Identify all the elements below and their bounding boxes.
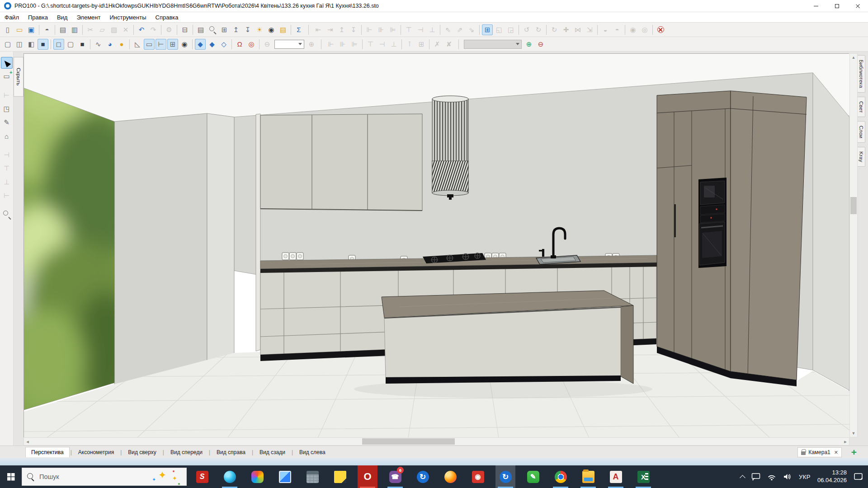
structure-button[interactable]: ⊟ <box>179 24 190 35</box>
menu-4[interactable]: Элемент <box>72 12 105 22</box>
rotate-y-button[interactable]: ⇗ <box>454 24 465 35</box>
new-button[interactable]: ▯ <box>2 24 13 35</box>
tool-outline-button[interactable]: ⌂ <box>1 130 13 142</box>
summary-button[interactable]: Σ <box>293 24 304 35</box>
distribute-3-button[interactable]: ⊫ <box>349 39 360 50</box>
water-button[interactable]: ◕ <box>104 39 115 50</box>
resize-up-button[interactable]: ↥ <box>336 24 347 35</box>
space-3-button[interactable]: ⊫ <box>387 24 398 35</box>
align-top-button[interactable]: ⊤ <box>403 24 414 35</box>
contours-button[interactable]: ◉ <box>179 39 190 50</box>
move-down-button[interactable]: ↧ <box>242 24 253 35</box>
taskbar-app-sticky[interactable] <box>330 465 350 488</box>
taskbar-app-irfan[interactable]: ◉ <box>468 465 488 488</box>
taskbar-app-firefox[interactable] <box>440 465 460 488</box>
vertical-scrollbar[interactable]: ▲ ▼ <box>849 53 858 437</box>
scroll-left-icon[interactable]: ◂ <box>24 438 31 445</box>
tool-new-element-button[interactable]: ▭ <box>1 70 13 82</box>
grid-button[interactable]: ⊞ <box>167 39 178 50</box>
rotate-x-button[interactable]: ⇖ <box>443 24 453 35</box>
align-2-button[interactable]: ⊣ <box>377 39 387 50</box>
taskbar-app-edge[interactable] <box>220 465 240 488</box>
tool-eyedropper-button[interactable]: ✎ <box>1 117 13 128</box>
zoom-out-button[interactable]: ⊖ <box>262 39 273 50</box>
tall-cabinets[interactable] <box>657 91 807 386</box>
distribute-2-button[interactable]: ⊪ <box>337 39 348 50</box>
volume-icon[interactable] <box>783 473 792 481</box>
rotate-left-button[interactable]: ↺ <box>521 24 532 35</box>
view-tab-6[interactable]: Вид сзади <box>254 447 291 457</box>
horizontal-scroll-thumb[interactable] <box>362 438 455 445</box>
panel-tab-1[interactable]: Библиотека <box>858 55 865 93</box>
move-button[interactable]: ✚ <box>561 24 571 35</box>
eye-2-button[interactable]: ◎ <box>639 24 650 35</box>
tool-dim-top-button[interactable]: ⊤ <box>1 163 13 174</box>
snap-button[interactable]: ◆ <box>207 39 217 50</box>
find-button[interactable] <box>207 24 218 35</box>
taskbar-app-copilot[interactable] <box>247 465 267 488</box>
open-button[interactable]: ▭ <box>14 24 25 35</box>
scroll-down-icon[interactable]: ▼ <box>850 430 857 437</box>
report-button[interactable]: ▤ <box>195 24 206 35</box>
view-dome-1-button[interactable]: ◒ <box>600 24 611 35</box>
view-ortho-button[interactable]: ■ <box>77 39 88 50</box>
resize-right-button[interactable]: ⇥ <box>325 24 335 35</box>
cut-button[interactable]: ✂ <box>85 24 96 35</box>
eraser-button[interactable]: ◺ <box>132 39 143 50</box>
tool-dim-left-button[interactable]: ⊣ <box>1 149 13 161</box>
tool-connector-button[interactable]: ◳ <box>1 103 13 115</box>
scroll-right-icon[interactable]: ▸ <box>842 438 849 445</box>
taskbar-app-viber[interactable]: ☎6 <box>385 465 405 488</box>
tool-dim-bottom-button[interactable]: ⊥ <box>1 176 13 188</box>
sun-button[interactable]: ☀ <box>254 24 265 35</box>
camera-tab[interactable]: Камера1 ✕ <box>797 447 842 457</box>
paste-button[interactable]: ▨ <box>108 24 119 35</box>
taskbar-app-opera[interactable]: O <box>358 465 377 488</box>
snap-off-button[interactable]: ◇ <box>218 39 229 50</box>
align-3-button[interactable]: ⊥ <box>388 39 399 50</box>
rotate-right-button[interactable]: ↻ <box>533 24 544 35</box>
material-dropdown[interactable] <box>464 40 522 49</box>
taskbar-app-calculator[interactable] <box>302 465 322 488</box>
view-tab-5[interactable]: Вид справа <box>211 447 251 457</box>
notification-center-icon[interactable] <box>854 472 863 481</box>
ungroup-button[interactable]: ◲ <box>505 24 516 35</box>
rotate-button[interactable]: ↻ <box>549 24 560 35</box>
distribute-1-button[interactable]: ⊩ <box>326 39 336 50</box>
hierarchy-button[interactable]: ⊞ <box>219 24 230 35</box>
cooker-hood[interactable] <box>432 96 468 200</box>
taskbar-app-chrome[interactable] <box>551 465 571 488</box>
move-up-button[interactable]: ↥ <box>231 24 241 35</box>
taskbar-app-autocad[interactable]: A <box>606 465 626 488</box>
taskbar-app-green[interactable]: ✎ <box>523 465 543 488</box>
snapshot-button[interactable]: ◓ <box>42 24 52 35</box>
view-tab-1[interactable]: Перспектива <box>25 447 70 457</box>
menu-1[interactable]: Файл <box>0 12 24 22</box>
panel-tab-3[interactable]: Слои <box>858 121 865 143</box>
taskbar-app-pro100[interactable]: ↻ <box>495 465 515 488</box>
snap-strong-button[interactable]: ◆ <box>195 39 206 50</box>
cast-display-icon[interactable] <box>751 473 760 481</box>
taskbar-app-sketchup[interactable]: S <box>192 465 212 488</box>
built-in-appliances[interactable] <box>698 178 726 268</box>
view-tab-4[interactable]: Вид спереди <box>165 447 208 457</box>
menu-6[interactable]: Справка <box>151 12 183 22</box>
wifi-icon[interactable] <box>767 473 776 481</box>
align-1-button[interactable]: ⊤ <box>365 39 376 50</box>
group-button[interactable]: ◱ <box>494 24 505 35</box>
scale-button[interactable]: ⇲ <box>584 24 595 35</box>
add-view-button[interactable]: + <box>848 446 860 458</box>
horizontal-scrollbar[interactable]: ◂ ▸ <box>24 437 849 446</box>
maximize-button[interactable] <box>826 0 847 12</box>
taskbar-app-explorer[interactable] <box>578 465 598 488</box>
light-bulb-button[interactable]: ● <box>116 39 127 50</box>
taskbar-app-pro100[interactable]: ↻ <box>413 465 433 488</box>
hidden-icons-chevron[interactable] <box>740 475 745 481</box>
view-axonometry-button[interactable]: ▢ <box>65 39 76 50</box>
level-2-button[interactable]: ⊞ <box>416 39 427 50</box>
save-button[interactable]: ▣ <box>26 24 37 35</box>
material-remove-button[interactable]: ⊖ <box>535 39 546 50</box>
magnet-button[interactable]: Ω <box>234 39 245 50</box>
rotate-z-button[interactable]: ⇘ <box>466 24 477 35</box>
hide-panel-tab[interactable]: Скрыть <box>14 57 24 97</box>
